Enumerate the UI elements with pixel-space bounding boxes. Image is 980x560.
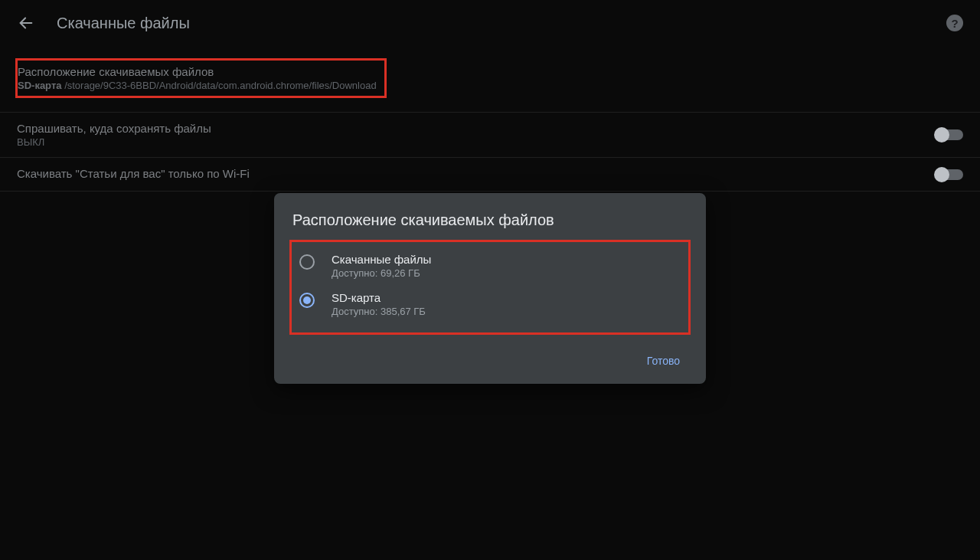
dialog-actions: Готово [292, 345, 688, 373]
option-sd-card[interactable]: SD-карта Доступно: 385,67 ГБ [292, 285, 688, 323]
done-button[interactable]: Готово [639, 349, 688, 373]
annotation-highlight: Скачанные файлы Доступно: 69,26 ГБ SD-ка… [289, 240, 691, 335]
radio-unselected-icon [299, 254, 315, 270]
option-detail: Доступно: 385,67 ГБ [332, 306, 426, 317]
option-text: SD-карта Доступно: 385,67 ГБ [332, 291, 426, 317]
option-text: Скачанные файлы Доступно: 69,26 ГБ [332, 253, 431, 279]
option-label: Скачанные файлы [332, 253, 431, 266]
option-label: SD-карта [332, 291, 426, 304]
download-location-dialog: Расположение скачиваемых файлов Скачанны… [274, 193, 706, 384]
dialog-title: Расположение скачиваемых файлов [292, 211, 688, 229]
option-detail: Доступно: 69,26 ГБ [332, 267, 431, 279]
radio-selected-icon [299, 293, 315, 308]
option-downloads-folder[interactable]: Скачанные файлы Доступно: 69,26 ГБ [292, 247, 688, 285]
